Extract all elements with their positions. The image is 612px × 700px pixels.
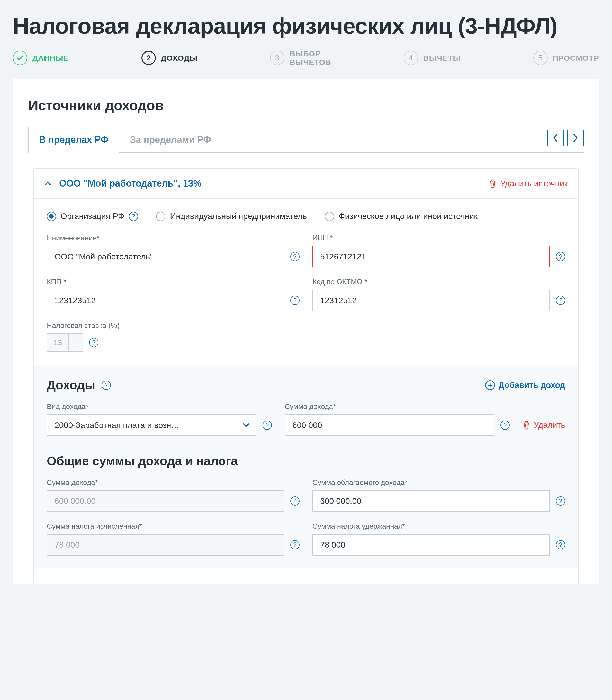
prev-button[interactable] bbox=[547, 130, 564, 146]
field-label: Код по ОКТМО * bbox=[312, 278, 565, 286]
radio-label: Индивидуальный предприниматель bbox=[170, 212, 307, 221]
tab-foreign[interactable]: За пределами РФ bbox=[119, 126, 222, 153]
check-icon bbox=[13, 51, 27, 65]
help-icon[interactable]: ? bbox=[556, 540, 565, 550]
add-income-button[interactable]: Добавить доход bbox=[485, 380, 565, 390]
field-oktmo: Код по ОКТМО * ? bbox=[312, 278, 565, 311]
step-5[interactable]: 5 ПРОСМОТР bbox=[533, 51, 599, 65]
field-name: Наименование* ? bbox=[47, 234, 300, 267]
field-income-type: Вид дохода* 2000-Заработная плата и возн… bbox=[47, 403, 272, 436]
main-card: Источники доходов В пределах РФ За преде… bbox=[13, 79, 599, 584]
kpp-input[interactable] bbox=[47, 290, 284, 311]
help-icon[interactable]: ? bbox=[290, 540, 300, 550]
help-icon[interactable]: ? bbox=[500, 420, 510, 430]
source-header: ООО "Мой работодатель", 13% Удалить исто… bbox=[34, 169, 578, 198]
field-taxable-income: Сумма облагаемого дохода* ? bbox=[312, 479, 565, 512]
help-icon[interactable]: ? bbox=[556, 496, 565, 506]
radio-organization[interactable]: Организация РФ ? bbox=[47, 212, 138, 221]
incomes-title: Доходы bbox=[47, 378, 95, 392]
income-type-value: 2000-Заработная плата и возн… bbox=[47, 420, 236, 430]
name-input[interactable] bbox=[47, 246, 284, 267]
total-income-input bbox=[47, 490, 284, 512]
field-label: Сумма налога удержанная* bbox=[312, 522, 565, 530]
field-tax-withheld: Сумма налога удержанная* ? bbox=[312, 522, 565, 556]
step-label: ПРОСМОТР bbox=[553, 54, 599, 62]
income-type-select[interactable]: 2000-Заработная плата и возн… bbox=[47, 414, 256, 436]
tax-calculated-input bbox=[47, 534, 284, 556]
sources-heading: Источники доходов bbox=[28, 97, 584, 113]
step-label: ДОХОДЫ bbox=[161, 54, 197, 62]
field-tax-rate: Налоговая ставка (%) 13 ? bbox=[47, 321, 565, 352]
radio-dot-icon bbox=[47, 212, 56, 221]
help-icon[interactable]: ? bbox=[129, 212, 138, 221]
source-type-radios: Организация РФ ? Индивидуальный предприн… bbox=[47, 212, 565, 221]
tab-row: В пределах РФ За пределами РФ bbox=[28, 126, 584, 153]
field-total-income: Сумма дохода* ? bbox=[47, 479, 300, 512]
help-icon[interactable]: ? bbox=[290, 252, 300, 261]
radio-label: Организация РФ bbox=[61, 212, 124, 221]
field-label: ИНН * bbox=[312, 234, 565, 242]
tab-domestic[interactable]: В пределах РФ bbox=[28, 126, 119, 153]
radio-dot-icon bbox=[156, 212, 165, 221]
field-label: Сумма налога исчисленная* bbox=[47, 522, 300, 530]
totals-heading: Общие суммы дохода и налога bbox=[47, 454, 565, 468]
step-label: ВЫЧЕТЫ bbox=[423, 54, 461, 62]
step-number: 4 bbox=[404, 51, 418, 65]
taxable-income-input[interactable] bbox=[312, 490, 550, 512]
chevron-right-icon bbox=[572, 133, 579, 143]
inn-input[interactable] bbox=[312, 246, 550, 267]
delete-source-button[interactable]: Удалить источник bbox=[489, 179, 568, 188]
tax-withheld-input[interactable] bbox=[312, 534, 550, 556]
incomes-panel: Доходы ? Добавить доход Вид дохода* bbox=[34, 365, 578, 568]
stepper: ДАННЫЕ 2 ДОХОДЫ 3 ВЫБОР ВЫЧЕТОВ 4 ВЫЧЕТЫ… bbox=[13, 50, 599, 66]
step-3[interactable]: 3 ВЫБОР ВЫЧЕТОВ bbox=[270, 50, 331, 66]
step-2[interactable]: 2 ДОХОДЫ bbox=[141, 51, 197, 65]
help-icon[interactable]: ? bbox=[556, 296, 565, 305]
page-title: Налоговая декларация физических лиц (3-Н… bbox=[13, 13, 599, 39]
field-tax-calculated: Сумма налога исчисленная* ? bbox=[47, 522, 300, 556]
income-row: Вид дохода* 2000-Заработная плата и возн… bbox=[47, 403, 565, 436]
help-icon[interactable]: ? bbox=[290, 296, 300, 305]
radio-entrepreneur[interactable]: Индивидуальный предприниматель bbox=[156, 212, 307, 221]
step-1[interactable]: ДАННЫЕ bbox=[13, 51, 69, 65]
help-icon[interactable]: ? bbox=[290, 496, 300, 506]
delete-income-label: Удалить bbox=[534, 420, 565, 430]
tax-rate-value: 13 bbox=[47, 338, 68, 347]
step-4[interactable]: 4 ВЫЧЕТЫ bbox=[404, 51, 461, 65]
income-amount-input[interactable] bbox=[285, 414, 494, 436]
add-income-label: Добавить доход bbox=[499, 380, 565, 390]
step-label: ДАННЫЕ bbox=[32, 54, 69, 62]
help-icon[interactable]: ? bbox=[556, 252, 565, 261]
oktmo-input[interactable] bbox=[312, 290, 550, 311]
chevron-down-icon bbox=[68, 334, 83, 351]
help-icon[interactable]: ? bbox=[89, 338, 98, 347]
field-label: Наименование* bbox=[47, 234, 300, 242]
step-number: 2 bbox=[141, 51, 156, 65]
field-label: Сумма облагаемого дохода* bbox=[312, 479, 565, 487]
source-body: Организация РФ ? Индивидуальный предприн… bbox=[34, 198, 578, 584]
plus-circle-icon bbox=[485, 380, 495, 390]
delete-income-button[interactable]: Удалить bbox=[523, 420, 565, 436]
next-button[interactable] bbox=[567, 130, 584, 146]
radio-dot-icon bbox=[325, 212, 334, 221]
source-title: ООО "Мой работодатель", 13% bbox=[59, 178, 481, 189]
help-icon[interactable]: ? bbox=[101, 381, 111, 390]
field-label: Сумма дохода* bbox=[47, 479, 300, 487]
chevron-up-icon bbox=[44, 181, 52, 186]
field-label: Вид дохода* bbox=[47, 403, 272, 411]
field-kpp: КПП * ? bbox=[47, 278, 300, 311]
step-label: ВЫБОР ВЫЧЕТОВ bbox=[290, 50, 331, 66]
tax-rate-select[interactable]: 13 bbox=[47, 333, 83, 352]
step-number: 5 bbox=[533, 51, 548, 65]
delete-source-label: Удалить источник bbox=[500, 179, 568, 188]
field-label: Сумма дохода* bbox=[285, 403, 510, 411]
radio-label: Физическое лицо или иной источник bbox=[339, 212, 477, 221]
trash-icon bbox=[489, 179, 497, 188]
radio-person[interactable]: Физическое лицо или иной источник bbox=[325, 212, 477, 221]
step-number: 3 bbox=[270, 51, 284, 65]
field-inn: ИНН * ? bbox=[312, 234, 565, 267]
field-income-amount: Сумма дохода* ? bbox=[285, 403, 510, 436]
chevron-left-icon bbox=[552, 133, 558, 143]
collapse-toggle[interactable] bbox=[44, 179, 52, 188]
help-icon[interactable]: ? bbox=[263, 420, 272, 430]
